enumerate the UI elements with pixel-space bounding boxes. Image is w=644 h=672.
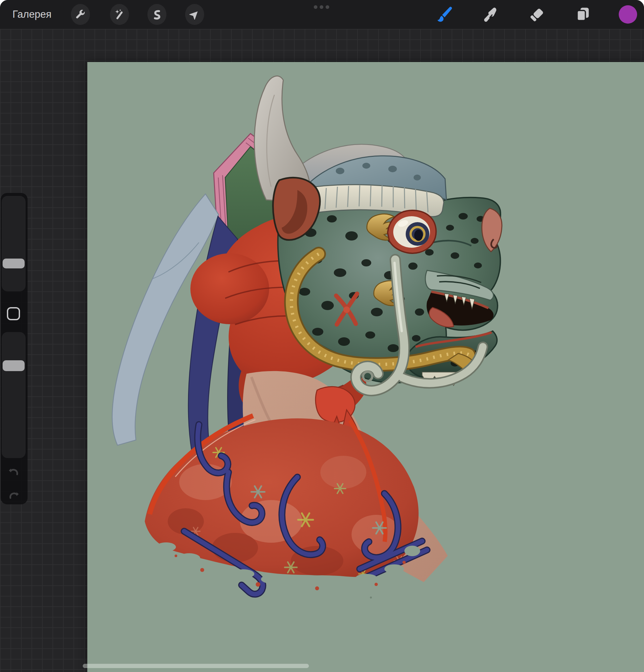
opacity-slider[interactable]	[2, 332, 26, 458]
wrench-icon	[75, 9, 86, 20]
undo-arrow-icon	[8, 474, 20, 479]
top-toolbar: Галерея	[0, 0, 644, 29]
smudge-tool-button[interactable]	[481, 0, 500, 29]
adjustments-button[interactable]	[110, 4, 129, 25]
overflow-dots-icon[interactable]	[314, 5, 329, 9]
erase-tool-button[interactable]	[527, 0, 546, 29]
gallery-button[interactable]: Галерея	[12, 0, 51, 29]
artwork-illustration	[87, 62, 644, 672]
transform-arrow-icon	[189, 9, 200, 20]
procreate-app: Галерея	[0, 0, 644, 672]
canvas-horizontal-scrollbar[interactable]	[83, 664, 309, 668]
actions-button[interactable]	[71, 4, 90, 25]
transform-button[interactable]	[185, 4, 204, 25]
eraser-icon	[528, 5, 545, 24]
brush-size-slider[interactable]	[2, 196, 26, 291]
layers-icon	[574, 5, 592, 24]
paint-tool-button[interactable]	[436, 0, 454, 29]
selection-button[interactable]	[147, 4, 166, 25]
canvas[interactable]	[87, 62, 644, 672]
smudge-finger-icon	[482, 5, 499, 24]
paintbrush-icon	[436, 5, 453, 24]
layers-button[interactable]	[574, 0, 592, 29]
redo-arrow-icon	[8, 497, 20, 502]
selection-s-icon	[152, 9, 162, 20]
color-swatch-button[interactable]	[619, 5, 637, 24]
workspace-grid: Галерея	[0, 0, 644, 672]
brush-size-handle[interactable]	[3, 259, 25, 268]
opacity-handle[interactable]	[3, 360, 25, 371]
magic-wand-icon	[114, 9, 125, 20]
sidebar	[1, 193, 27, 504]
redo-button[interactable]	[8, 490, 20, 501]
undo-button[interactable]	[8, 467, 20, 478]
modify-button[interactable]	[7, 307, 20, 320]
